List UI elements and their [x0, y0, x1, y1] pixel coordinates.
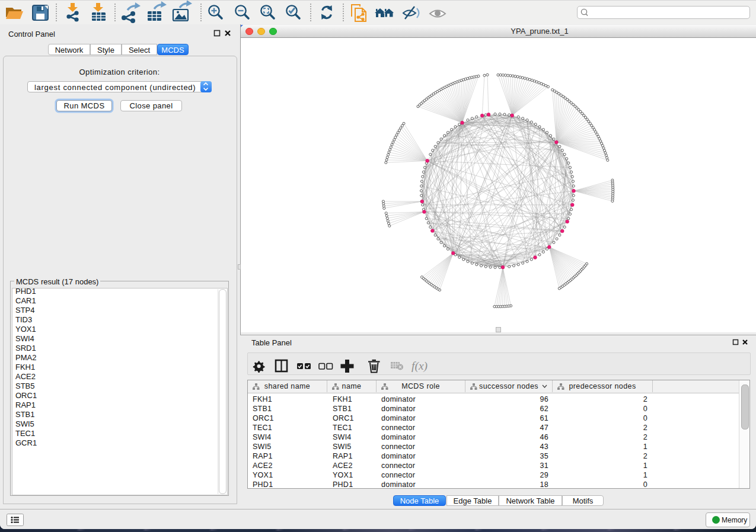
svg-text:f(x): f(x)	[412, 360, 428, 373]
